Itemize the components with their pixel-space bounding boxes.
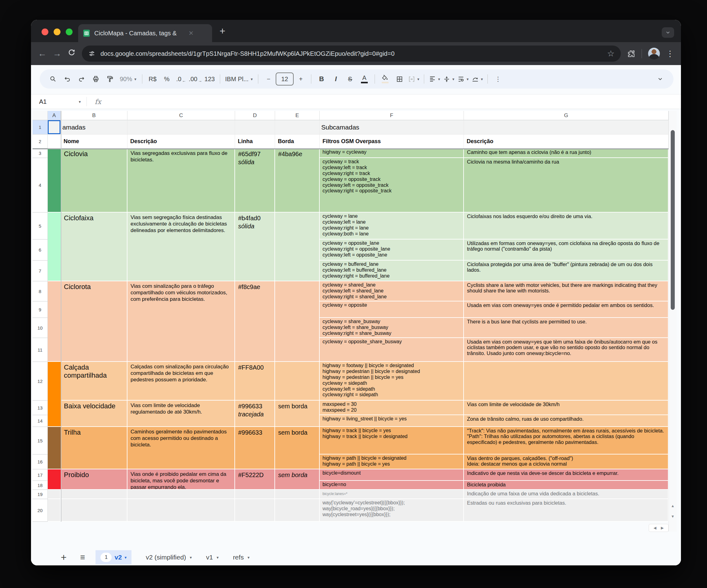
cell-linha[interactable]: #F5222D [235, 469, 275, 490]
cell-descricao-G19[interactable]: Indicação de uma faixa de uma vida dedic… [464, 490, 669, 499]
sheet-tab-refs[interactable]: refs ▾ [233, 554, 249, 561]
font-select[interactable]: IBM Pl...▾ [223, 72, 255, 86]
merge-cells-button[interactable]: ▾ [407, 72, 421, 86]
paint-format-icon[interactable] [103, 72, 117, 86]
cell-empty[interactable] [235, 490, 275, 499]
cell-empty[interactable] [61, 499, 128, 522]
cell-filtros-F6[interactable]: cycleway = opposite_lanecycleway:right =… [320, 240, 464, 261]
sheet-tab-chevron-icon[interactable]: ▾ [217, 555, 219, 560]
cell-descricao-G12[interactable] [464, 362, 669, 401]
cell-nome[interactable]: Ciclofaixa [61, 213, 128, 281]
cell-filtros-F17[interactable]: bicycle=dismount [320, 469, 464, 481]
italic-button[interactable]: I [329, 72, 343, 86]
cell-empty[interactable] [61, 490, 128, 499]
column-header-G[interactable]: G [464, 111, 669, 120]
cell-descricao[interactable]: Vias onde é proibido pedalar em cima da … [128, 469, 235, 490]
vertical-scrollbar[interactable]: ▲ ▼ [669, 111, 677, 531]
scroll-right-arrow-icon[interactable]: ▶ [661, 526, 664, 530]
cell-descricao-G18[interactable]: Bicicleta proibida [464, 481, 669, 490]
column-header-C[interactable]: C [128, 111, 235, 120]
select-all-corner[interactable] [33, 111, 48, 120]
vertical-scrollbar-thumb[interactable] [671, 130, 675, 310]
bookmark-star-icon[interactable]: ☆ [607, 49, 615, 59]
cell-empty[interactable] [128, 490, 235, 499]
cell-empty[interactable] [48, 499, 61, 522]
minimize-window-button[interactable] [54, 29, 61, 35]
cell-descricao-G14[interactable]: Zona de trânsito calmo, ruas de uso comp… [464, 415, 669, 427]
name-box[interactable]: A1 [31, 98, 79, 105]
row-header-11[interactable]: 11 [33, 338, 48, 362]
cell-descricao-G3[interactable]: Caminho que tem apenas a ciclovia (não é… [464, 148, 669, 158]
cell-nome[interactable]: Trilha [61, 427, 128, 469]
sheet-tab-v2-active[interactable]: 1 v2 ▾ [96, 550, 132, 564]
cell-header-Descrição[interactable]: Descrição [128, 135, 235, 148]
row-header-2[interactable]: 2 [33, 135, 48, 148]
all-sheets-menu-icon[interactable]: ≡ [80, 553, 85, 562]
fill-color-button[interactable] [378, 72, 392, 86]
cell-filtros-F16[interactable]: highway = path || bicycle = designatedhi… [320, 454, 464, 469]
cell-row1[interactable] [275, 120, 320, 135]
reload-button[interactable] [68, 49, 76, 59]
column-header-F[interactable]: F [320, 111, 464, 120]
new-tab-button[interactable]: + [220, 22, 226, 40]
cell-borda[interactable] [275, 281, 320, 362]
cell-descricao-G6[interactable]: Utilizadas em formas com oneway=yes, com… [464, 240, 669, 261]
extensions-icon[interactable] [627, 49, 635, 58]
row-header-3[interactable]: 3 [33, 148, 48, 158]
cell-header-Linha[interactable]: Linha [235, 135, 275, 148]
cell-nome[interactable]: Ciclorota [61, 281, 128, 362]
row-header-1[interactable]: 1 [33, 120, 48, 135]
row-header-14[interactable]: 14 [33, 415, 48, 427]
row-header-16[interactable]: 16 [33, 454, 48, 469]
cell-borda[interactable]: sem borda [275, 469, 320, 490]
row-header-19[interactable]: 19 [33, 490, 48, 499]
row-header-8[interactable]: 8 [33, 281, 48, 301]
close-window-button[interactable] [41, 29, 48, 35]
sheet-tab-chevron-icon[interactable]: ▾ [190, 555, 192, 560]
cell-empty[interactable] [235, 499, 275, 522]
cell-empty[interactable] [128, 499, 235, 522]
sheet-tab-v1[interactable]: v1 ▾ [206, 554, 218, 561]
maximize-window-button[interactable] [66, 29, 73, 35]
zoom-select[interactable]: 90%▾ [117, 72, 139, 86]
sheet-tab-v2-simplified[interactable]: v2 (simplified) ▾ [146, 554, 192, 561]
cell-linha[interactable]: #996633tracejada [235, 401, 275, 427]
cell-borda[interactable]: sem borda [275, 401, 320, 427]
cell-filtros-F19[interactable]: bicycle:lanes=* [320, 490, 464, 499]
add-sheet-button[interactable]: + [61, 552, 67, 562]
column-header-A[interactable]: A [48, 111, 61, 120]
row-header-10[interactable]: 10 [33, 318, 48, 338]
row-header-17[interactable]: 17 [33, 469, 48, 481]
site-settings-icon[interactable] [88, 50, 96, 57]
format-currency-button[interactable]: R$ [145, 72, 160, 86]
cell-borda[interactable]: #4ba96e [275, 148, 320, 213]
cell-empty[interactable] [275, 499, 320, 522]
name-box-chevron-icon[interactable]: ▾ [79, 100, 81, 104]
cell-filtros-F7[interactable]: cycleway = buffered_lanecycleway:left = … [320, 261, 464, 281]
undo-icon[interactable] [60, 72, 74, 86]
text-color-button[interactable]: A [357, 72, 371, 86]
borders-button[interactable] [392, 72, 407, 86]
cell-filtros-F18[interactable]: bicycle=no [320, 481, 464, 490]
scroll-left-arrow-icon[interactable]: ◀ [654, 526, 656, 530]
cell-descricao-G9[interactable]: Usada em vias com oneway=yes onde é perm… [464, 301, 669, 318]
cell-descricao-G13[interactable]: Vias com limite de velocidade de 30km/h [464, 401, 669, 415]
cell-filtros-F15[interactable]: highway = track || bicycle = yeshighway … [320, 427, 464, 454]
url-text[interactable]: docs.google.com/spreadsheets/d/1grTpS1Nr… [100, 50, 602, 57]
horizontal-align-button[interactable]: ▾ [427, 72, 442, 86]
cell-empty[interactable] [48, 490, 61, 499]
cell-header-Nome[interactable]: Nome [61, 135, 128, 148]
row-header-15[interactable]: 15 [33, 427, 48, 454]
row-header-12[interactable]: 12 [33, 362, 48, 401]
cell-header-Borda[interactable]: Borda [275, 135, 320, 148]
cell-filtros-F13[interactable]: maxspeed = 30maxspeed = 20 [320, 401, 464, 415]
increase-decimal-button[interactable]: .00→ [188, 72, 202, 86]
row-header-9[interactable]: 9 [33, 301, 48, 318]
tab-search-chevron-icon[interactable] [662, 27, 674, 38]
column-header-E[interactable]: E [275, 111, 320, 120]
text-wrap-button[interactable]: ▾ [456, 72, 470, 86]
vertical-align-button[interactable]: ▾ [442, 72, 456, 86]
layer-color-strip[interactable] [48, 469, 61, 490]
cell-descricao-G15[interactable]: "Track": Vias não pavimentadas, normalme… [464, 427, 669, 454]
search-icon[interactable] [46, 72, 60, 86]
